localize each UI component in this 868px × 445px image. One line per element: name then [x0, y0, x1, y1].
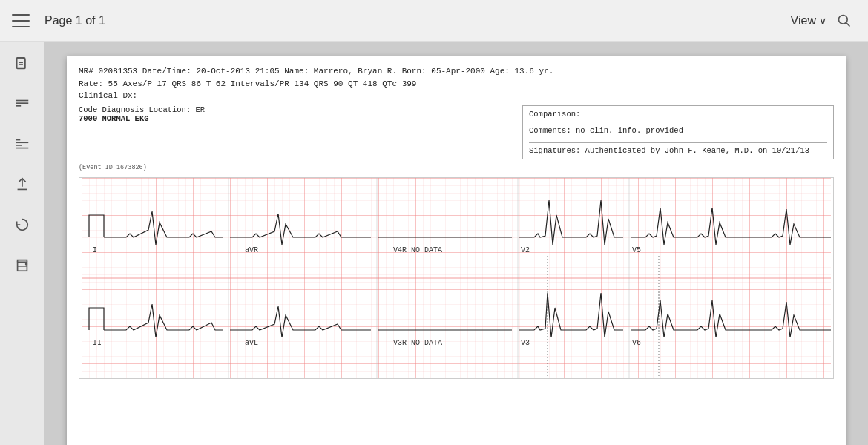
lead-V2-label: V2 [521, 246, 530, 254]
document-icon[interactable] [11, 53, 33, 76]
outline-icon[interactable] [11, 134, 33, 156]
header-row-2: Rate: 55 Axes/P 17 QRS 86 T 62 Intervals… [79, 78, 834, 90]
header-diagnosis: 7000 NORMAL EKG [79, 114, 516, 123]
header-row-3: Clinical Dx: [79, 90, 834, 102]
comments-label: Comments: no clin. info. provided [529, 126, 827, 135]
lead-V5-label: V5 [632, 246, 641, 254]
rotate-icon[interactable] [11, 214, 33, 236]
hamburger-menu[interactable] [12, 14, 30, 27]
lead-V4R-label: V4R NO DATA [393, 246, 442, 254]
lead-aVR-label: aVR [245, 246, 258, 254]
top-right-controls: View ∨ [791, 9, 856, 33]
header-code-label: Code Diagnosis Location: ER [79, 105, 516, 114]
signature-label: Signatures: Authenticated by John F. Kea… [529, 142, 827, 155]
ecg-header: MR# 02081353 Date/Time: 20-Oct-2013 21:0… [79, 65, 834, 102]
list-icon[interactable] [11, 93, 33, 116]
lead-V6-label: V6 [632, 339, 641, 347]
svg-line-1 [846, 22, 850, 26]
ecg-document: MR# 02081353 Date/Time: 20-Oct-2013 21:0… [67, 56, 846, 445]
page-info: Page 1 of 1 [45, 14, 791, 27]
svg-point-15 [25, 263, 27, 265]
main-area: MR# 02081353 Date/Time: 20-Oct-2013 21:0… [0, 42, 868, 445]
ecg-waveform: I aVR V4R NO DATA V2 V5 [79, 178, 833, 378]
print-icon[interactable] [11, 254, 33, 276]
top-bar: Page 1 of 1 View ∨ [0, 0, 868, 42]
ecg-grid: I aVR V4R NO DATA V2 V5 [79, 177, 834, 379]
header-row-1: MR# 02081353 Date/Time: 20-Oct-2013 21:0… [79, 65, 834, 78]
comparison-label: Comparison: [529, 110, 827, 119]
lead-V3-label: V3 [521, 339, 530, 347]
lead-I-label: I [93, 246, 97, 254]
lead-V3R-label: V3R NO DATA [393, 339, 442, 347]
event-id-label: (Event ID 1673826) [79, 164, 834, 171]
lead-II-label: II [93, 339, 102, 347]
view-label: View [791, 14, 816, 27]
chevron-down-icon: ∨ [819, 15, 826, 27]
upload-icon[interactable] [11, 174, 33, 196]
lead-aVL-label: aVL [245, 339, 258, 347]
search-button[interactable] [832, 9, 856, 33]
view-button[interactable]: View ∨ [791, 14, 826, 27]
left-sidebar [0, 42, 45, 445]
svg-rect-14 [17, 266, 27, 271]
svg-point-0 [839, 15, 848, 24]
document-area[interactable]: MR# 02081353 Date/Time: 20-Oct-2013 21:0… [45, 42, 868, 445]
